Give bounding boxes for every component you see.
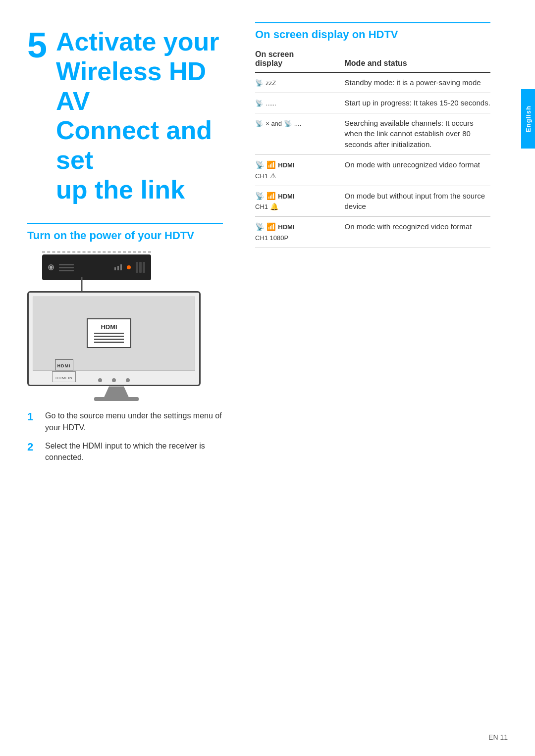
chapter-number: 5	[27, 27, 47, 63]
page-footer: EN 11	[488, 733, 508, 741]
step-2: 2 Select the HDMI input to which the rec…	[27, 440, 223, 463]
step-1-number: 1	[27, 410, 38, 424]
table-row: 📡 × and 📡 .... Searching available chann…	[255, 113, 490, 154]
steps-container: 1 Go to the source menu under the settin…	[27, 410, 223, 463]
language-label: English	[525, 105, 532, 132]
left-column: 5 Activate your Wireless HD AV Connect a…	[0, 0, 243, 756]
mode-cell: On mode with unrecognized video format	[345, 154, 491, 186]
mode-cell: Start up in progress: It takes 15-20 sec…	[345, 93, 491, 113]
antenna-icon-5: 📡	[255, 192, 265, 200]
table-row: 📡 📶 HDMI CH1 ⚠ On mode with unrecognized…	[255, 154, 490, 186]
left-section-title: Turn on the power of your HDTV	[27, 229, 194, 242]
bell-icon-5: 🔔	[270, 202, 278, 210]
signal-icon-4: 📶	[267, 160, 276, 169]
tv-display: HDMI HDMI HDMI IN	[27, 291, 206, 401]
main-title: Activate your Wireless HD AV Connect and…	[56, 27, 223, 205]
antenna-icon-3b: 📡	[284, 119, 292, 129]
antenna-icon-6: 📡	[255, 222, 265, 231]
device-illustration: HDMI HDMI HDMI IN	[27, 252, 211, 405]
mode-cell: On mode but without input from the sourc…	[345, 186, 491, 217]
language-tab: English	[521, 89, 535, 149]
right-section-title: On screen display on HDTV	[255, 28, 398, 41]
screen-cell: 📡 ......	[255, 93, 345, 113]
screen-cell: 📡 📶 HDMI CH1 ⚠	[255, 154, 345, 186]
screen-cell: 📡 zzZ	[255, 72, 345, 93]
mode-cell: Searching available channels: It occurs …	[345, 113, 491, 154]
screen-cell: 📡 📶 HDMI CH1 1080P	[255, 217, 345, 248]
table-row: 📡 zzZ Standby mode: it is a power-saving…	[255, 72, 490, 93]
step-1: 1 Go to the source menu under the settin…	[27, 410, 223, 433]
right-section-header: On screen display on HDTV	[255, 22, 490, 41]
col2-header: Mode and status	[345, 47, 491, 72]
step-1-text: Go to the source menu under the settings…	[45, 410, 223, 433]
table-row: 📡 ...... Start up in progress: It takes …	[255, 93, 490, 113]
mode-cell: On mode with recognized video format	[345, 217, 491, 248]
screen-cell: 📡 📶 HDMI CH1 🔔	[255, 186, 345, 217]
warning-icon-4: ⚠	[270, 172, 276, 180]
antenna-icon-2: 📡	[255, 99, 263, 108]
left-section-header: Turn on the power of your HDTV	[27, 223, 223, 243]
receiver-device	[42, 254, 151, 280]
screen-cell: 📡 × and 📡 ....	[255, 113, 345, 154]
right-column: On screen display on HDTV On screendispl…	[243, 0, 518, 756]
display-table: On screendisplay Mode and status 📡 zzZ S…	[255, 47, 490, 248]
table-row: 📡 📶 HDMI CH1 1080P On mode with recogniz…	[255, 217, 490, 248]
step-2-text: Select the HDMI input to which the recei…	[45, 440, 223, 463]
antenna-icon-1: 📡	[255, 79, 263, 88]
table-row: 📡 📶 HDMI CH1 🔔 On mode but without input…	[255, 186, 490, 217]
signal-icon-6: 📶	[267, 222, 276, 231]
page-number: EN 11	[488, 733, 508, 741]
mode-cell: Standby mode: it is a power-saving mode	[345, 72, 491, 93]
col1-header: On screendisplay	[255, 47, 345, 72]
step-2-number: 2	[27, 440, 38, 454]
signal-icon-5: 📶	[267, 192, 276, 200]
antenna-icon-3: 📡	[255, 119, 263, 129]
antenna-icon-4: 📡	[255, 160, 265, 169]
